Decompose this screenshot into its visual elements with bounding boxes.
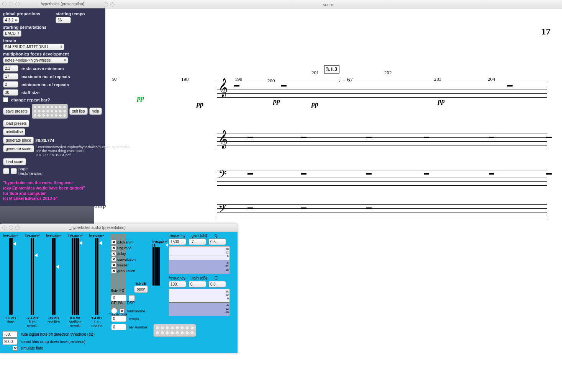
input-starting-tempo[interactable]: 56 [56, 17, 71, 23]
reinitialise-button[interactable]: reinitialise [3, 128, 25, 136]
minimize-icon[interactable] [9, 225, 13, 230]
measure-number: 201 [311, 70, 319, 76]
label-flute-fx: flute FX [111, 289, 124, 293]
save-presets-button[interactable]: save presets [3, 108, 30, 115]
flute-fx-button[interactable] [129, 295, 135, 301]
level-triangle-icon[interactable] [56, 265, 59, 269]
dynamic-mark: pp [311, 100, 318, 108]
input-tempo[interactable]: 0 [111, 315, 126, 322]
fx-row-ring-mod: ring mod [111, 245, 147, 250]
open-button[interactable]: open [134, 286, 148, 293]
meter-2[interactable]: live.gain~-19 dBsndfiles [45, 234, 62, 328]
meter-1[interactable]: live.gain~-7.4 dBflute reverb [24, 234, 41, 328]
label-simulate-flute: simulate flute [21, 346, 43, 350]
generation-time: 26:20.774 [35, 138, 54, 143]
meter-label: sndfiles [48, 320, 60, 324]
input-min-repeats[interactable]: 2 [3, 81, 18, 88]
load-score-button[interactable]: load score [3, 158, 26, 165]
input-eq1-freq[interactable]: 1500. [169, 238, 186, 245]
close-icon[interactable] [2, 225, 7, 230]
label-multiphonics: multiphonics focus development [3, 52, 102, 56]
generate-piece-button[interactable]: generate piece [3, 137, 34, 144]
eq-column: frequency gain (dB) Q 1500. -7. 0.8 18 1… [169, 234, 238, 318]
fx-row-freezer: freezer [111, 263, 147, 268]
output-path: /Users/medward2/Dropbox/hyperboles/outpu… [36, 145, 93, 157]
staff-treble-1: 𝄞 [217, 82, 547, 97]
meter-label: flute [7, 320, 14, 324]
minimize-icon[interactable] [9, 2, 13, 6]
fx-toggle[interactable] [111, 240, 116, 245]
page-forward-button[interactable] [11, 168, 17, 174]
audio-titlebar[interactable]: _hyperboles-audio (presentation) [0, 224, 238, 232]
input-eq2-freq[interactable]: 100. [169, 281, 186, 287]
label-starting-tempo: starting tempo [56, 11, 85, 16]
meter-tag: live.gain~ [46, 234, 61, 237]
staff-bass-1: 𝄢 [217, 170, 547, 185]
input-max-repeats[interactable]: 17 [3, 73, 18, 80]
label-eq-gain: gain (dB) [192, 234, 211, 238]
measure-number: 202 [384, 70, 392, 76]
zoom-icon[interactable] [15, 225, 20, 230]
fx-toggle[interactable] [111, 251, 116, 256]
select-terrain[interactable]: SALZBURG-MITTERSILL [3, 44, 64, 50]
fx-toggle[interactable] [111, 268, 116, 273]
level-triangle-icon[interactable] [13, 242, 16, 246]
label-ramp-time: sound files ramp down time (millisecs) [21, 340, 85, 344]
quit-lisp-button[interactable]: quit lisp [69, 108, 88, 115]
preset-grid[interactable] [32, 104, 68, 119]
meter-0[interactable]: live.gain~0.0 dBflute [2, 234, 19, 328]
input-flute-fx[interactable]: 0 [111, 295, 126, 301]
label-terrain: terrain [3, 38, 102, 43]
fx-toggle[interactable] [111, 263, 116, 268]
label-bar-number: bar number [129, 325, 147, 329]
label-eq-gain-2: gain (dB) [192, 276, 211, 280]
dsp-toggle[interactable] [120, 309, 125, 314]
level-triangle-icon[interactable] [99, 241, 102, 245]
input-bar-number[interactable]: 0 [111, 324, 126, 330]
checkbox-change-repeat[interactable] [3, 97, 8, 102]
input-ramp-time[interactable]: 2000. [2, 338, 18, 345]
input-eq1-q[interactable]: 0.8 [208, 238, 226, 245]
select-starting-permutations[interactable]: BACD [3, 30, 21, 37]
label-eq-q-2: Q [215, 276, 234, 280]
audio-panel: _hyperboles-audio (presentation) live.ga… [0, 224, 238, 353]
meter-tag: live.gain~ [89, 234, 104, 237]
page-back-button[interactable] [3, 168, 9, 174]
zoom-icon[interactable] [15, 2, 20, 6]
level-triangle-icon[interactable] [165, 243, 168, 247]
help-button[interactable]: help [89, 108, 102, 115]
label-metronome: metronome [127, 309, 145, 313]
measure-number: 97 [112, 76, 117, 82]
dynamic-mark: pp [438, 97, 445, 105]
close-icon[interactable] [2, 2, 7, 6]
eq-graph-1[interactable]: 18 12 6 -6 -12 -18 [169, 246, 230, 274]
input-rests-curve[interactable]: 2.2 [3, 65, 18, 72]
panel-titlebar[interactable]: _hyperboles (presentation) [0, 0, 105, 8]
eq-graph-2[interactable]: 18 12 6 -6 -12 -18 [169, 289, 230, 316]
staff-bass-2: 𝄢 [217, 204, 547, 220]
select-multiphonics[interactable]: notes->noise->high-whistle [3, 57, 68, 64]
fx-label: ring mod [117, 246, 131, 250]
fx-label: granulation [117, 269, 135, 273]
generate-score-button[interactable]: generate score [3, 145, 34, 152]
level-triangle-icon[interactable] [79, 241, 82, 245]
meter-4[interactable]: live.gain~1.4 dBFX reverb [88, 234, 105, 328]
input-eq2-gain[interactable]: 0. [188, 281, 206, 287]
fx-toggle[interactable] [111, 257, 116, 262]
meter-tag: live.gain~ [68, 234, 83, 237]
label-rests-curve: rests curve minimum [21, 66, 64, 71]
input-staff-size[interactable]: 30 [3, 89, 18, 96]
checkbox-simulate-flute[interactable] [13, 346, 18, 351]
zoom-icon[interactable] [110, 2, 115, 7]
meter-3[interactable]: live.gain~0.9 dBsndfiles reverb [67, 234, 84, 328]
fx-toggle[interactable] [111, 245, 116, 250]
input-eq1-gain[interactable]: -7. [188, 238, 206, 245]
input-eq2-q[interactable]: 0.8 [208, 281, 226, 287]
dynamic-mark: pp [137, 94, 144, 102]
load-presets-button[interactable]: load presets [3, 120, 29, 127]
input-noteoff-thresh[interactable]: -80. [2, 331, 18, 338]
mini-meter[interactable]: live.gain~[2] [152, 240, 165, 286]
level-triangle-icon[interactable] [34, 253, 38, 257]
select-global-proportions[interactable]: 4 3 2 [3, 17, 19, 23]
label-cpu: CPU% [111, 301, 123, 305]
